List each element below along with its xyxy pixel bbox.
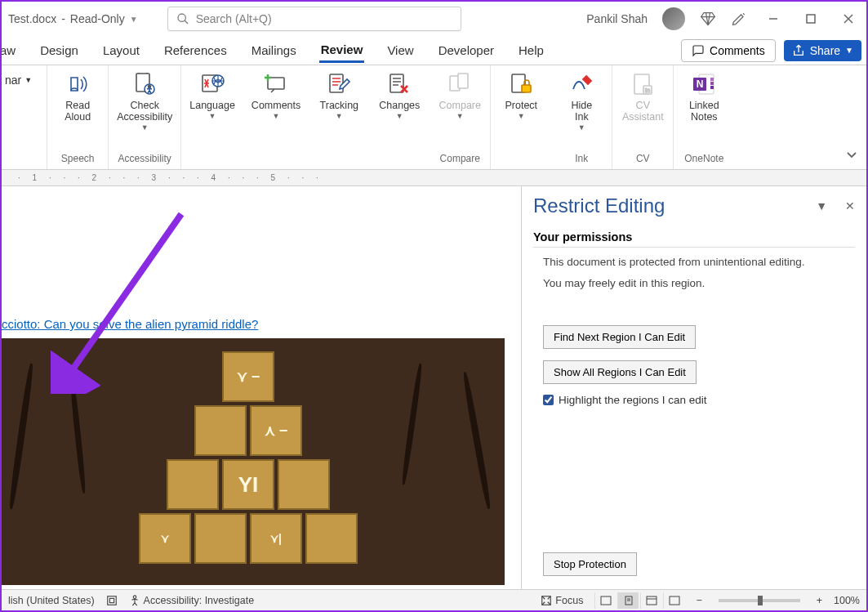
document-canvas[interactable]: cciotto: Can you solve the alien pyramid… <box>2 186 521 589</box>
tab-help[interactable]: Help <box>517 38 545 62</box>
tab-review[interactable]: Review <box>319 38 365 63</box>
linked-notes-button[interactable]: N Linked Notes <box>682 69 726 123</box>
view-read-button[interactable] <box>594 592 616 609</box>
ribbon: nar▼ Read Aloud Speech Check Accessibili… <box>2 65 866 170</box>
tab-view[interactable]: View <box>385 38 415 62</box>
view-web-button[interactable] <box>640 592 661 609</box>
show-all-regions-button[interactable]: Show All Regions I Can Edit <box>543 360 697 384</box>
view-mode-buttons <box>594 592 684 609</box>
tab-draw[interactable]: aw <box>0 38 17 62</box>
restrict-editing-panel: Restrict Editing ▼ ✕ Your permissions Th… <box>521 186 866 589</box>
svg-rect-15 <box>458 74 468 88</box>
comment-icon <box>692 44 705 57</box>
status-accessibility[interactable]: Accessibility: Investigate <box>129 595 254 606</box>
document-title[interactable]: Test.docx - Read-Only ▼ <box>8 12 138 25</box>
accessibility-icon <box>131 71 158 97</box>
macro-icon <box>106 595 118 606</box>
panel-options-button[interactable]: ▼ <box>816 199 827 212</box>
svg-rect-3 <box>807 15 815 23</box>
compare-icon <box>447 71 473 97</box>
chevron-down-icon: ▼ <box>130 15 138 24</box>
chevron-down-icon <box>845 148 858 161</box>
search-input[interactable]: Search (Alt+Q) <box>167 7 461 31</box>
tab-layout[interactable]: Layout <box>101 38 141 62</box>
document-embedded-image[interactable]: ⋎ − ⋏ − YI ⋎⋎| <box>2 338 505 585</box>
content-row: cciotto: Can you solve the alien pyramid… <box>2 186 866 589</box>
group-label-compare: Compare <box>440 153 480 168</box>
compare-button: Compare▼ <box>438 69 482 120</box>
ribbon-group-ink: Hide Ink▼ Ink <box>551 65 612 169</box>
tab-mailings[interactable]: Mailings <box>250 38 298 62</box>
tab-developer[interactable]: Developer <box>437 38 496 62</box>
hide-ink-button[interactable]: Hide Ink▼ <box>559 69 603 132</box>
focus-icon <box>541 595 552 606</box>
protect-button[interactable]: Protect▼ <box>499 69 543 120</box>
panel-title: Restrict Editing <box>533 194 665 217</box>
panel-close-button[interactable]: ✕ <box>845 199 855 212</box>
user-name[interactable]: Pankil Shah <box>586 12 648 25</box>
ribbon-group-cv: in CV Assistant CV <box>612 65 674 169</box>
tracking-icon <box>326 71 352 97</box>
ink-icon <box>568 71 594 97</box>
view-print-button[interactable] <box>617 592 639 609</box>
status-bar: lish (United States) Accessibility: Inve… <box>2 589 866 610</box>
zoom-out-button[interactable]: − <box>696 595 701 606</box>
zoom-level[interactable]: 100% <box>834 595 860 606</box>
view-outline-button[interactable] <box>663 592 684 609</box>
tab-design[interactable]: Design <box>38 38 80 62</box>
document-hyperlink[interactable]: cciotto: Can you solve the alien pyramid… <box>2 317 258 331</box>
svg-rect-17 <box>522 85 531 92</box>
avatar[interactable] <box>662 7 685 30</box>
group-label-onenote: OneNote <box>684 153 723 168</box>
status-language[interactable]: lish (United States) <box>8 595 95 606</box>
stop-protection-button[interactable]: Stop Protection <box>543 552 637 576</box>
svg-rect-27 <box>107 596 116 605</box>
group-label-accessibility: Accessibility <box>118 153 171 168</box>
comments-ribbon-button[interactable]: Comments▼ <box>251 69 300 120</box>
ribbon-group-protect: Protect▼ <box>491 65 551 169</box>
cv-assistant-button: in CV Assistant <box>621 69 665 123</box>
minimize-button[interactable] <box>762 7 785 30</box>
group-label-cv: CV <box>636 153 650 168</box>
cv-icon: in <box>630 71 656 97</box>
zoom-in-button[interactable]: + <box>817 595 822 606</box>
read-only-label: Read-Only <box>70 12 125 25</box>
new-comment-icon <box>263 71 289 97</box>
ribbon-tabs: aw Design Layout References Mailings Rev… <box>2 36 866 65</box>
tab-references[interactable]: References <box>162 38 229 62</box>
filename: Test.docx <box>8 12 56 25</box>
svg-rect-11 <box>268 78 284 89</box>
ribbon-group-accessibility: Check Accessibility▼ Accessibility <box>109 65 181 169</box>
maximize-button[interactable] <box>799 7 822 30</box>
svg-rect-24 <box>710 86 714 89</box>
ribbon-group-changes: Changes▼ <box>369 65 430 169</box>
check-accessibility-button[interactable]: Check Accessibility▼ <box>117 69 172 132</box>
narrator-button[interactable]: nar▼ <box>2 69 35 92</box>
protect-icon <box>508 71 534 97</box>
close-button[interactable] <box>837 7 860 30</box>
read-aloud-button[interactable]: Read Aloud <box>56 69 100 123</box>
ribbon-group-narrator: nar▼ <box>2 65 47 169</box>
pen-sparkle-icon[interactable] <box>731 11 747 27</box>
ruler[interactable]: · 1 · · · 2 · · · 3 · · · 4 · · · 5 · · … <box>2 170 866 186</box>
comments-button[interactable]: Comments <box>681 39 776 62</box>
svg-rect-12 <box>330 74 343 92</box>
zoom-slider[interactable] <box>719 599 800 602</box>
group-label-ink: Ink <box>575 153 588 168</box>
changes-button[interactable]: Changes▼ <box>377 69 421 120</box>
svg-rect-31 <box>601 596 611 605</box>
find-next-region-button[interactable]: Find Next Region I Can Edit <box>543 325 696 349</box>
status-focus[interactable]: Focus <box>541 595 583 606</box>
svg-point-0 <box>178 14 185 21</box>
highlight-checkbox-input[interactable] <box>543 395 554 405</box>
language-button[interactable]: Language▼ <box>189 69 235 120</box>
group-label-speech: Speech <box>61 153 95 168</box>
diamond-icon[interactable] <box>700 11 716 27</box>
ribbon-collapse-button[interactable] <box>845 148 858 164</box>
chevron-down-icon: ▼ <box>845 46 853 55</box>
tracking-button[interactable]: Tracking▼ <box>317 69 361 120</box>
highlight-regions-checkbox[interactable]: Highlight the regions I can edit <box>543 394 855 406</box>
share-button[interactable]: Share ▼ <box>784 40 861 61</box>
status-macro[interactable] <box>106 595 118 606</box>
svg-rect-22 <box>710 78 714 81</box>
